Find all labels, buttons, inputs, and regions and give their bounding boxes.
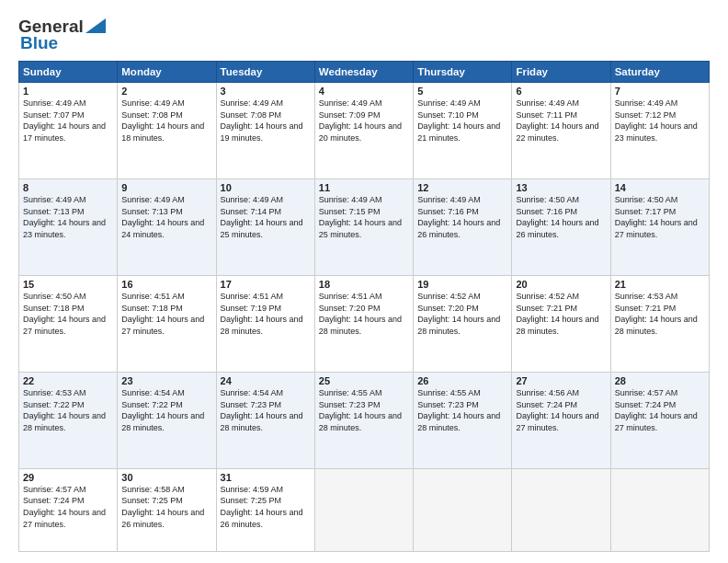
col-header-tuesday: Tuesday (216, 62, 314, 83)
calendar-cell: 25Sunrise: 4:55 AMSunset: 7:23 PMDayligh… (314, 372, 413, 468)
day-number: 30 (121, 472, 211, 483)
col-header-wednesday: Wednesday (314, 62, 413, 83)
day-sunset: Sunset: 7:07 PM (23, 110, 85, 120)
day-sunrise: Sunrise: 4:57 AM (615, 388, 678, 397)
svg-marker-0 (85, 18, 106, 33)
day-number: 10 (221, 182, 311, 193)
day-sunset: Sunset: 7:10 PM (417, 110, 479, 120)
day-sunset: Sunset: 7:20 PM (319, 304, 381, 313)
day-daylight: Daylight: 14 hours and 27 minutes. (121, 315, 204, 336)
day-sunrise: Sunrise: 4:54 AM (221, 388, 284, 397)
day-daylight: Daylight: 14 hours and 19 minutes. (221, 121, 303, 143)
day-number: 20 (516, 279, 606, 290)
day-sunset: Sunset: 7:21 PM (516, 304, 577, 313)
day-daylight: Daylight: 14 hours and 26 minutes. (221, 508, 303, 529)
day-sunrise: Sunrise: 4:49 AM (23, 98, 86, 108)
day-sunset: Sunset: 7:18 PM (23, 304, 85, 313)
calendar-cell: 20Sunrise: 4:52 AMSunset: 7:21 PMDayligh… (512, 275, 610, 372)
calendar-cell: 23Sunrise: 4:54 AMSunset: 7:22 PMDayligh… (118, 372, 216, 468)
day-sunrise: Sunrise: 4:49 AM (221, 98, 284, 108)
day-sunrise: Sunrise: 4:50 AM (516, 195, 579, 204)
day-sunrise: Sunrise: 4:51 AM (221, 292, 284, 301)
day-daylight: Daylight: 14 hours and 27 minutes. (23, 508, 106, 529)
day-number: 27 (516, 375, 606, 386)
calendar-cell: 5Sunrise: 4:49 AMSunset: 7:10 PMDaylight… (414, 83, 512, 179)
calendar-cell: 4Sunrise: 4:49 AMSunset: 7:09 PMDaylight… (314, 83, 413, 179)
day-number: 16 (121, 279, 211, 290)
day-sunset: Sunset: 7:13 PM (23, 207, 85, 216)
day-sunset: Sunset: 7:13 PM (121, 207, 183, 216)
day-number: 7 (615, 86, 705, 97)
day-sunset: Sunset: 7:25 PM (221, 496, 282, 505)
logo: General Blue (18, 17, 106, 53)
day-sunset: Sunset: 7:12 PM (615, 110, 677, 120)
day-sunset: Sunset: 7:24 PM (516, 400, 577, 409)
day-number: 23 (121, 375, 211, 386)
day-sunset: Sunset: 7:25 PM (121, 496, 183, 505)
calendar-cell: 7Sunrise: 4:49 AMSunset: 7:12 PMDaylight… (610, 83, 709, 179)
day-sunrise: Sunrise: 4:50 AM (23, 292, 86, 301)
calendar-cell: 8Sunrise: 4:49 AMSunset: 7:13 PMDaylight… (19, 178, 118, 275)
day-daylight: Daylight: 14 hours and 22 minutes. (516, 121, 598, 143)
day-sunset: Sunset: 7:08 PM (221, 110, 282, 120)
day-daylight: Daylight: 14 hours and 28 minutes. (319, 315, 402, 336)
day-sunset: Sunset: 7:19 PM (221, 304, 282, 313)
day-sunrise: Sunrise: 4:52 AM (516, 292, 579, 301)
day-sunset: Sunset: 7:20 PM (417, 304, 479, 313)
calendar-cell: 6Sunrise: 4:49 AMSunset: 7:11 PMDaylight… (512, 83, 610, 179)
page: General Blue SundayMondayTuesdayWednesda… (0, 0, 728, 563)
day-daylight: Daylight: 14 hours and 17 minutes. (23, 121, 106, 143)
calendar-cell: 11Sunrise: 4:49 AMSunset: 7:15 PMDayligh… (314, 178, 413, 275)
calendar-header-row: SundayMondayTuesdayWednesdayThursdayFrid… (19, 62, 710, 83)
day-sunrise: Sunrise: 4:49 AM (121, 98, 185, 108)
calendar-cell: 22Sunrise: 4:53 AMSunset: 7:22 PMDayligh… (19, 372, 118, 468)
calendar-cell: 13Sunrise: 4:50 AMSunset: 7:16 PMDayligh… (512, 178, 610, 275)
calendar-cell: 3Sunrise: 4:49 AMSunset: 7:08 PMDaylight… (216, 83, 314, 179)
day-number: 21 (615, 279, 705, 290)
calendar-cell: 31Sunrise: 4:59 AMSunset: 7:25 PMDayligh… (216, 468, 314, 551)
day-daylight: Daylight: 14 hours and 23 minutes. (615, 121, 698, 143)
day-number: 26 (417, 375, 507, 386)
day-daylight: Daylight: 14 hours and 27 minutes. (615, 411, 698, 432)
day-daylight: Daylight: 14 hours and 26 minutes. (121, 508, 204, 529)
day-daylight: Daylight: 14 hours and 28 minutes. (23, 411, 106, 432)
day-sunset: Sunset: 7:17 PM (615, 207, 677, 216)
day-daylight: Daylight: 14 hours and 28 minutes. (319, 411, 402, 432)
day-number: 18 (319, 279, 409, 290)
day-sunset: Sunset: 7:23 PM (417, 400, 479, 409)
day-sunrise: Sunrise: 4:54 AM (121, 388, 185, 397)
calendar-cell (414, 468, 512, 551)
day-sunrise: Sunrise: 4:49 AM (615, 98, 678, 108)
day-daylight: Daylight: 14 hours and 28 minutes. (121, 411, 204, 432)
day-sunrise: Sunrise: 4:49 AM (417, 195, 481, 204)
day-number: 24 (221, 375, 311, 386)
day-number: 28 (615, 375, 705, 386)
day-sunset: Sunset: 7:24 PM (615, 400, 677, 409)
day-sunrise: Sunrise: 4:53 AM (615, 292, 678, 301)
day-sunset: Sunset: 7:09 PM (319, 110, 381, 120)
calendar-week-1: 1Sunrise: 4:49 AMSunset: 7:07 PMDaylight… (19, 83, 710, 179)
day-number: 5 (417, 86, 507, 97)
day-number: 3 (221, 86, 311, 97)
day-sunset: Sunset: 7:23 PM (319, 400, 381, 409)
day-daylight: Daylight: 14 hours and 28 minutes. (516, 315, 598, 336)
day-daylight: Daylight: 14 hours and 27 minutes. (516, 411, 598, 432)
calendar-cell: 15Sunrise: 4:50 AMSunset: 7:18 PMDayligh… (19, 275, 118, 372)
day-sunset: Sunset: 7:22 PM (121, 400, 183, 409)
day-sunrise: Sunrise: 4:53 AM (23, 388, 86, 397)
day-sunrise: Sunrise: 4:49 AM (319, 195, 382, 204)
day-sunrise: Sunrise: 4:50 AM (615, 195, 678, 204)
col-header-thursday: Thursday (414, 62, 512, 83)
calendar-cell: 14Sunrise: 4:50 AMSunset: 7:17 PMDayligh… (610, 178, 709, 275)
calendar-cell: 19Sunrise: 4:52 AMSunset: 7:20 PMDayligh… (414, 275, 512, 372)
day-daylight: Daylight: 14 hours and 25 minutes. (319, 218, 402, 239)
day-sunset: Sunset: 7:22 PM (23, 400, 85, 409)
day-number: 13 (516, 182, 606, 193)
day-sunrise: Sunrise: 4:57 AM (23, 485, 86, 494)
day-sunrise: Sunrise: 4:49 AM (417, 98, 481, 108)
day-number: 8 (23, 182, 113, 193)
day-sunset: Sunset: 7:11 PM (516, 110, 577, 120)
day-sunrise: Sunrise: 4:59 AM (221, 485, 284, 494)
day-daylight: Daylight: 14 hours and 26 minutes. (417, 218, 500, 239)
day-sunrise: Sunrise: 4:52 AM (417, 292, 481, 301)
